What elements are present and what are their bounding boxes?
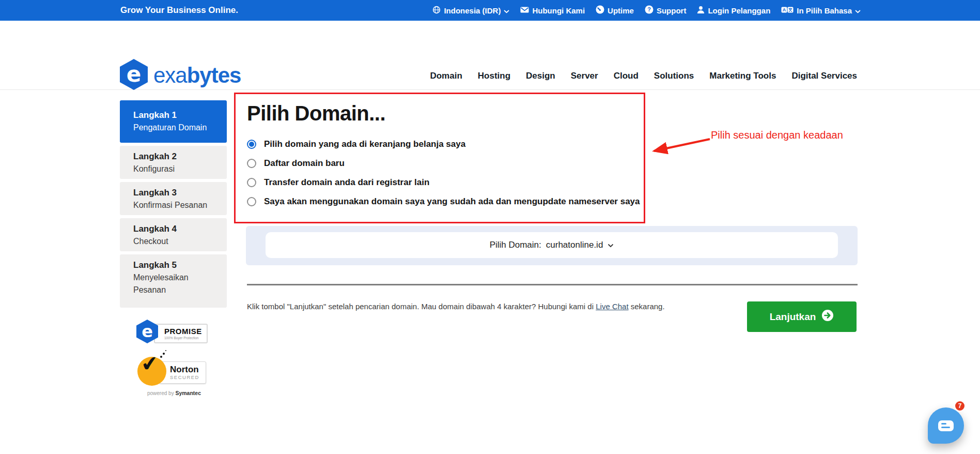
mail-icon — [520, 6, 529, 15]
norton-subtext: SECURED — [170, 374, 199, 381]
nav-item-solutions[interactable]: Solutions — [654, 71, 694, 81]
step-subtitle: Pengaturan Domain — [133, 122, 223, 134]
step-3-order-confirmation[interactable]: Langkah 3 Konfirmasi Pesanan — [120, 182, 227, 215]
user-icon — [697, 6, 705, 16]
topbar-slogan: Grow Your Business Online. — [120, 0, 238, 21]
chevron-down-icon — [504, 6, 509, 15]
nav-item-digital-services[interactable]: Digital Services — [791, 71, 857, 81]
continue-button[interactable]: Lanjutkan — [747, 301, 857, 332]
step-title: Langkah 3 — [133, 186, 223, 199]
norton-label: Norton — [170, 365, 199, 374]
promise-label: PROMISE — [164, 327, 202, 336]
logo-text: exabytes — [153, 60, 241, 91]
topbar-menu: Indonesia (IDR) Hubungi Kami Uptime ? Su… — [432, 0, 861, 21]
norton-secured-badge: Norton SECURED ✔ powered by Symantec — [137, 356, 220, 397]
domain-picker-dropdown[interactable]: Pilih Domain: curhatonline.id — [266, 232, 838, 258]
svg-text:A: A — [783, 7, 786, 12]
radio-cart-domain[interactable] — [247, 140, 256, 149]
step-title: Langkah 1 — [133, 109, 223, 122]
topbar-item-uptime[interactable]: Uptime — [596, 5, 634, 16]
exabytes-logo[interactable]: e exabytes — [120, 59, 241, 92]
main-nav: Domain Hosting Design Server Cloud Solut… — [430, 41, 857, 110]
option-use-existing-domain[interactable]: Saya akan menggunakan domain saya yang s… — [247, 195, 858, 208]
checkout-steps: Langkah 1 Pengaturan Domain Langkah 2 Ko… — [120, 100, 227, 308]
svg-text:e: e — [127, 62, 142, 87]
uptime-gauge-icon — [596, 5, 604, 16]
continue-hint-text: Klik tombol "Lanjutkan" setelah pencaria… — [247, 301, 671, 312]
option-label: Saya akan menggunakan domain saya yang s… — [264, 196, 640, 207]
step-1-domain-setup[interactable]: Langkah 1 Pengaturan Domain — [120, 100, 227, 143]
domain-picker-panel: Pilih Domain: curhatonline.id — [246, 226, 858, 265]
step-title: Langkah 4 — [133, 222, 223, 235]
hint-before: Klik tombol "Lanjutkan" setelah pencaria… — [247, 302, 596, 311]
arrow-right-circle-icon — [821, 309, 834, 324]
topbar: Grow Your Business Online. Indonesia (ID… — [0, 0, 980, 21]
domain-options-section: Pilih Domain... Pilih domain yang ada di… — [247, 101, 858, 214]
radio-register-new-domain[interactable] — [247, 159, 256, 168]
topbar-item-language[interactable]: A In Pilih Bahasa — [781, 6, 861, 16]
continue-button-label: Lanjutkan — [770, 311, 816, 323]
chat-unread-badge: 7 — [954, 400, 966, 412]
radio-transfer-domain[interactable] — [247, 178, 256, 187]
live-chat-link[interactable]: Live Chat — [596, 302, 628, 311]
topbar-item-contact[interactable]: Hubungi Kami — [520, 6, 585, 15]
option-label: Transfer domain anda dari registrar lain — [264, 177, 429, 188]
step-subtitle: Konfirmasi Pesanan — [133, 199, 223, 211]
step-title: Langkah 5 — [133, 259, 223, 271]
chevron-down-icon — [855, 6, 861, 15]
domain-picker-label: Pilih Domain: — [490, 240, 541, 250]
step-subtitle: Menyelesaikan Pesanan — [133, 271, 223, 296]
topbar-item-label: Login Pelanggan — [708, 6, 770, 15]
chat-bubble-icon — [938, 420, 954, 431]
topbar-item-login[interactable]: Login Pelanggan — [697, 6, 770, 16]
page-title: Pilih Domain... — [247, 101, 858, 125]
topbar-item-label: Hubungi Kami — [532, 6, 585, 15]
step-title: Langkah 2 — [133, 150, 223, 163]
translate-icon: A — [781, 6, 794, 16]
nav-item-domain[interactable]: Domain — [430, 71, 462, 81]
norton-powered-by: powered by Symantec — [130, 390, 218, 396]
topbar-item-label: In Pilih Bahasa — [797, 6, 852, 15]
topbar-item-label: Uptime — [608, 6, 634, 15]
live-chat-launcher[interactable] — [928, 407, 964, 444]
norton-check-icon: ✔ — [137, 357, 166, 386]
topbar-item-currency[interactable]: Indonesia (IDR) — [432, 6, 509, 16]
step-4-checkout[interactable]: Langkah 4 Checkout — [120, 218, 227, 251]
section-divider — [247, 284, 858, 285]
domain-picker-value: curhatonline.id — [546, 240, 603, 250]
topbar-item-support[interactable]: ? Support — [645, 5, 687, 16]
step-subtitle: Checkout — [133, 235, 223, 248]
nav-item-design[interactable]: Design — [526, 71, 555, 81]
hint-after: sekarang. — [629, 302, 665, 311]
site-header: e exabytes Domain Hosting Design Server … — [0, 21, 980, 90]
option-register-new-domain[interactable]: Daftar domain baru — [247, 157, 858, 170]
page: Grow Your Business Online. Indonesia (ID… — [0, 0, 980, 454]
option-transfer-domain[interactable]: Transfer domain anda dari registrar lain — [247, 176, 858, 189]
exabytes-promise-badge: PROMISE 100% Buyer Protection e — [136, 320, 214, 351]
topbar-item-label: Indonesia (IDR) — [444, 6, 501, 15]
annotation-text: Pilih sesuai dengan keadaan — [711, 129, 843, 141]
logo-hexagon-e-icon: e — [120, 59, 148, 92]
option-label: Daftar domain baru — [264, 158, 345, 169]
svg-text:?: ? — [647, 6, 651, 12]
svg-text:e: e — [142, 322, 153, 341]
globe-icon — [432, 6, 441, 16]
topbar-item-label: Support — [657, 6, 687, 15]
promise-subtext: 100% Buyer Protection — [164, 336, 202, 340]
nav-item-cloud[interactable]: Cloud — [614, 71, 639, 81]
nav-item-marketing-tools[interactable]: Marketing Tools — [709, 71, 776, 81]
step-subtitle: Konfigurasi — [133, 163, 223, 175]
step-2-configuration[interactable]: Langkah 2 Konfigurasi — [120, 146, 227, 179]
radio-use-existing-domain[interactable] — [247, 197, 256, 206]
nav-item-hosting[interactable]: Hosting — [478, 71, 510, 81]
nav-item-server[interactable]: Server — [571, 71, 598, 81]
step-5-complete-order[interactable]: Langkah 5 Menyelesaikan Pesanan — [120, 254, 227, 308]
support-question-icon: ? — [645, 5, 654, 16]
chevron-down-icon — [608, 240, 614, 250]
option-label: Pilih domain yang ada di keranjang belan… — [264, 139, 465, 149]
